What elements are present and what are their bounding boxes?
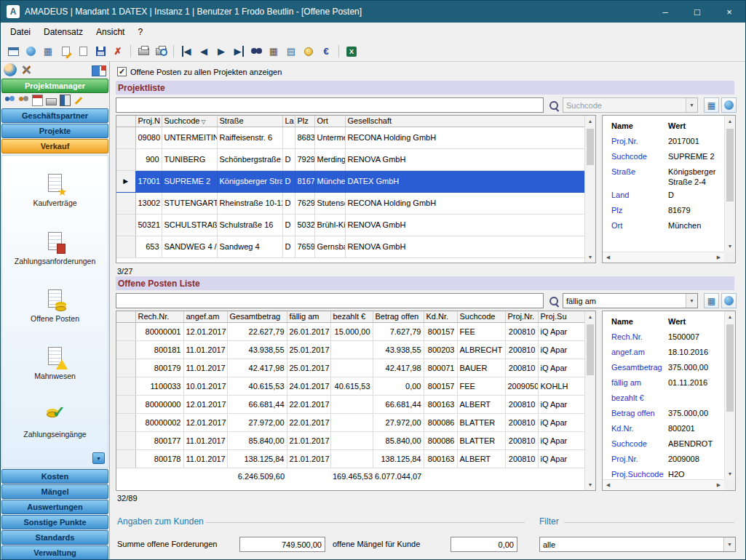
panel-toggle-icon[interactable]	[92, 65, 106, 76]
maengel-value-field[interactable]: 0,00	[451, 537, 517, 552]
details-horizontal-scrollbar[interactable]: ◀ ▶	[603, 252, 724, 263]
close-button[interactable]: ×	[713, 1, 745, 23]
scroll-thumb[interactable]	[587, 129, 594, 165]
summe-value-field[interactable]: 749.500,00	[239, 537, 325, 552]
euro-icon[interactable]: €	[318, 44, 334, 60]
scroll-right-icon[interactable]: ▶	[713, 252, 724, 263]
table-row[interactable]: 80017911.01.201742.417,9825.01.201742.41…	[116, 359, 584, 377]
table-row[interactable]: 09080UNTERMEITINGRaiffeisenstr. 68683Unt…	[116, 127, 584, 148]
projektliste-search-input[interactable]	[116, 97, 544, 113]
scroll-down-button[interactable]: ▼	[92, 452, 105, 464]
projektliste-grid-view-button[interactable]: ▦	[704, 97, 719, 113]
projektliste-filter-dropdown[interactable]: Suchcode ▼	[563, 97, 698, 113]
page-edit-icon[interactable]	[57, 44, 74, 60]
table-row[interactable]: 653SANDWEG 4 / 1Sandweg 4D7659GernsbaREN…	[116, 236, 584, 257]
projektliste-vertical-scrollbar[interactable]: ▲ ▼	[584, 116, 595, 263]
tools-icon[interactable]	[20, 63, 33, 76]
details-vertical-scrollbar[interactable]: ▲ ▼	[724, 311, 735, 479]
globe-icon[interactable]	[4, 63, 17, 76]
sidebar-item-verwaltung[interactable]: Verwaltung	[1, 545, 108, 560]
offene-posten-search-input[interactable]	[116, 293, 544, 308]
partners-icon[interactable]	[18, 95, 29, 106]
minimize-button[interactable]: –	[649, 1, 681, 23]
projektliste-globe-button[interactable]	[721, 97, 737, 113]
table-row[interactable]: 8000000112.01.201722.627,7926.01.201715.…	[116, 322, 584, 340]
column-header[interactable]: Rech.Nr.	[135, 311, 183, 322]
sidebar-item-payment-received[interactable]: ✓Zahlungseingänge	[2, 404, 108, 439]
offene-posten-globe-button[interactable]	[721, 293, 737, 308]
column-header[interactable]: Gesellschaft	[345, 116, 584, 127]
print-preview-icon[interactable]	[153, 44, 169, 60]
menu-help[interactable]: ?	[131, 24, 149, 40]
maximize-button[interactable]: □	[681, 1, 713, 23]
scroll-thumb[interactable]	[726, 324, 734, 412]
print-icon[interactable]	[46, 98, 57, 105]
column-header[interactable]: Suchcode▽	[162, 116, 217, 127]
nav-next-icon[interactable]: ▶	[213, 44, 229, 60]
scroll-up-icon[interactable]: ▲	[725, 311, 735, 322]
column-header[interactable]: Betrag offen	[373, 311, 424, 322]
save-icon[interactable]	[92, 44, 108, 60]
column-header[interactable]: Kd.Nr.	[424, 311, 457, 322]
table-row[interactable]: 110003310.01.201740.615,5324.01.201740.6…	[116, 377, 584, 395]
column-header[interactable]: Proj.N	[135, 116, 162, 127]
offene-posten-filter-dropdown[interactable]: fällig am ▼	[563, 293, 698, 308]
nav-prev-icon[interactable]: ◀	[196, 44, 212, 60]
column-header[interactable]: Ort	[314, 116, 345, 127]
column-header[interactable]: Straße	[217, 116, 282, 127]
users-icon[interactable]	[4, 95, 15, 106]
delete-icon[interactable]: ✗	[110, 44, 126, 60]
menu-ansicht[interactable]: Ansicht	[90, 24, 131, 40]
scroll-down-icon[interactable]: ▼	[725, 241, 735, 252]
sidebar-item-sonstige-punkte[interactable]: Sonstige Punkte	[1, 515, 108, 529]
table-row[interactable]: 50321SCHULSTRAßESchulstraße 16D5032Brühl…	[116, 214, 584, 236]
sidebar-projektmanager-button[interactable]: Projektmanager	[1, 79, 108, 93]
table-icon[interactable]: ▦	[40, 44, 56, 60]
scroll-down-icon[interactable]: ▼	[585, 479, 595, 490]
sidebar-item-payment-request[interactable]: Zahlungsanforderungen	[2, 231, 108, 265]
scroll-down-icon[interactable]: ▼	[585, 252, 595, 263]
sidebar-item-contract[interactable]: ★Kaufverträge	[2, 173, 108, 207]
menu-datensatz[interactable]: Datensatz	[37, 24, 90, 40]
show-all-checkbox[interactable]: ✓	[117, 67, 127, 76]
print-icon[interactable]	[135, 44, 151, 60]
nav-first-icon[interactable]: ◀	[178, 44, 194, 60]
sidebar-item-standards[interactable]: Standards	[1, 530, 108, 545]
sidebar-item-open-items[interactable]: Offene Posten	[2, 289, 108, 323]
scroll-up-icon[interactable]: ▲	[725, 116, 735, 127]
sidebar-item-maengel[interactable]: Mängel	[1, 484, 108, 499]
edit-icon[interactable]	[74, 95, 84, 106]
scroll-up-icon[interactable]: ▲	[585, 116, 595, 127]
menu-datei[interactable]: Datei	[4, 24, 37, 40]
offene-posten-search-button[interactable]	[547, 293, 561, 308]
table-row[interactable]: 80018111.01.201743.938,5525.01.201743.93…	[116, 340, 584, 359]
scroll-down-icon[interactable]: ▼	[725, 468, 735, 479]
scroll-up-icon[interactable]: ▲	[585, 311, 595, 322]
export-icon[interactable]: ▤	[283, 44, 299, 60]
details-vertical-scrollbar[interactable]: ▲ ▼	[724, 116, 735, 252]
column-header[interactable]: Gesamtbetrag	[227, 311, 287, 322]
sidebar-item-geschaeftspartner[interactable]: Geschäftspartner	[1, 108, 108, 123]
globe-icon[interactable]	[23, 44, 39, 60]
projektliste-search-button[interactable]	[547, 97, 561, 113]
sidebar-item-kosten[interactable]: Kosten	[1, 469, 108, 484]
table-row[interactable]: 8000000212.01.201727.972,0022.01.201727.…	[116, 413, 584, 431]
details-horizontal-scrollbar[interactable]: ◀ ▶	[603, 479, 724, 490]
filter-dropdown[interactable]: alle ▼	[539, 537, 736, 552]
offene-posten-grid-view-button[interactable]: ▦	[704, 293, 719, 308]
coin-icon[interactable]	[301, 44, 317, 60]
app-window-icon[interactable]	[5, 44, 21, 60]
sidebar-item-projekte[interactable]: Projekte	[1, 124, 108, 138]
page-icon[interactable]	[75, 44, 91, 60]
nav-last-icon[interactable]: ▶	[231, 44, 247, 60]
chevron-down-icon[interactable]: ▼	[686, 294, 697, 308]
column-header[interactable]: fällig am	[287, 311, 330, 322]
column-header[interactable]: bezahlt €	[330, 311, 373, 322]
scroll-thumb[interactable]	[587, 324, 594, 375]
table-row[interactable]: 900TUNIBERGSchönbergstraßeD7929MerdingeR…	[116, 148, 584, 170]
scroll-left-icon[interactable]: ◀	[603, 252, 614, 263]
chevron-down-icon[interactable]: ▼	[723, 537, 735, 551]
scroll-thumb[interactable]	[726, 129, 734, 201]
offene-posten-vertical-scrollbar[interactable]: ▲ ▼	[584, 311, 595, 490]
column-header[interactable]: angef.am	[183, 311, 227, 322]
